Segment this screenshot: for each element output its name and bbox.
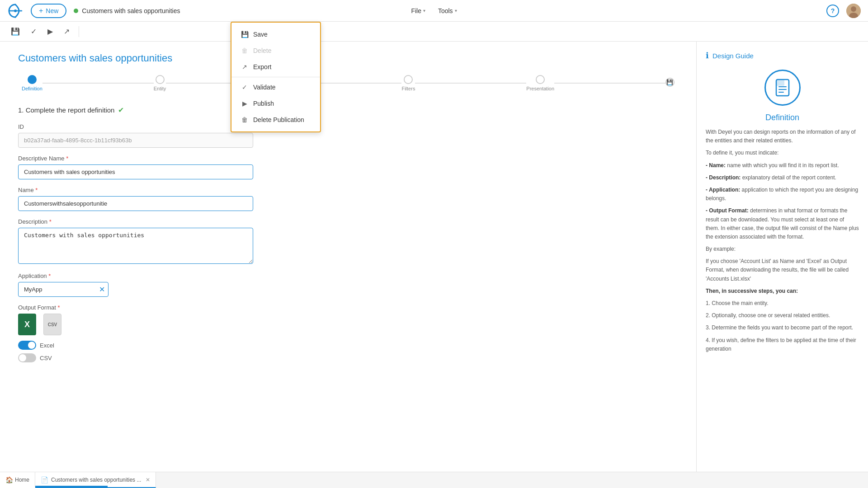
step-line-1 [42,83,154,84]
tab-close-button[interactable]: ✕ [146,477,150,483]
status-dot [74,9,78,13]
guide-then-title: Then, in successive steps, you can: [706,287,859,296]
application-group: Application * ✕ [18,272,253,297]
delete-publication-icon: 🗑 [241,116,249,123]
save-button[interactable]: 💾 [7,24,24,38]
save-item[interactable]: 💾 Save [231,26,320,42]
excel-toggle-label: Excel [40,342,54,349]
application-input-wrapper: ✕ [18,282,108,297]
publish-item[interactable]: ▶ Publish [231,95,320,112]
output-format-group: Output Format * X CSV [18,304,253,362]
tab-report[interactable]: 📄 Customers with sales opportunities ...… [35,472,156,488]
validate-label: Validate [253,84,276,91]
new-button-label: New [46,7,58,14]
guide-item1-bold: - Name: [706,162,726,169]
id-input[interactable] [18,133,253,148]
step-circle-entity [156,75,165,84]
required-star: * [66,155,68,162]
description-label: Description * [18,218,253,225]
step-save[interactable]: 💾 [665,78,675,89]
step-presentation[interactable]: Presentation [526,75,554,91]
excel-icon-box: X [18,314,36,335]
export-item[interactable]: ↗ Export [231,59,320,75]
validate-item[interactable]: ✓ Validate [231,79,320,95]
guide-example-text: If you choose 'Account List' as Name and… [706,257,859,283]
guide-item4-bold: - Output Format: [706,207,749,214]
save-label: Save [253,31,268,38]
output-format-icons: X CSV [18,314,253,335]
svg-point-0 [14,9,17,12]
required-star-4: * [48,272,51,279]
application-clear-button[interactable]: ✕ [99,285,105,294]
csv-toggle-thumb [19,354,26,361]
right-sidebar: ℹ Design Guide Definition With Deyel you… [696,42,868,472]
guide-item4: - Output Format: determines in what form… [706,206,859,241]
plus-icon: + [39,7,43,15]
step-line-5 [554,83,665,84]
help-icon: ? [831,7,835,14]
application-input[interactable] [18,282,108,297]
tools-menu-label: Tools [438,7,453,14]
name-input[interactable] [18,196,253,211]
info-icon: ℹ [706,51,709,61]
export-icon: ↗ [64,27,70,36]
csv-format-icon: CSV [43,314,61,335]
section-title: 1. Complete the report definition ✔ [18,106,678,114]
desc-name-input[interactable] [18,164,253,179]
export-icon: ↗ [241,63,249,70]
delete-item[interactable]: 🗑 Delete [231,42,320,59]
delete-label: Delete [253,47,271,54]
tab-home[interactable]: 🏠 Home [0,472,35,488]
design-guide-title-text: Design Guide [712,52,754,60]
report-tab-icon: 📄 [41,476,48,483]
guide-item3-bold: - Application: [706,187,740,193]
step-label-filters: Filters [401,86,415,91]
app-logo [7,3,24,19]
file-chevron-icon: ▾ [423,8,425,13]
design-guide-title: ℹ Design Guide [706,51,859,61]
step-filters[interactable]: Filters [401,75,415,91]
play-icon: ▶ [47,27,53,36]
name-group: Name * [18,187,253,211]
new-button[interactable]: + New [31,4,66,18]
home-icon: 🏠 [5,476,13,483]
excel-format-icon: X [18,314,36,335]
export-button[interactable]: ↗ [60,24,73,38]
id-group: ID [18,123,253,148]
delete-publication-item[interactable]: 🗑 Delete Publication [231,112,320,128]
id-label: ID [18,123,253,130]
tab-home-label: Home [15,477,29,483]
step-circle-presentation [536,75,545,84]
guide-para2: To define it, you must indicate: [706,149,859,157]
step-label-definition: Definition [22,86,42,91]
section-check-icon: ✔ [118,106,124,114]
section-title-text: 1. Complete the report definition [18,106,114,114]
excel-toggle[interactable] [18,341,36,350]
user-avatar[interactable] [846,4,861,18]
svg-rect-5 [776,80,784,86]
step-entity[interactable]: Entity [154,75,166,91]
step-definition[interactable]: Definition [22,75,42,91]
csv-toggle[interactable] [18,353,36,362]
tools-menu[interactable]: Tools ▾ [433,5,462,17]
guide-section-title: Definition [706,113,859,122]
step-circle-definition [28,75,37,84]
step-label-presentation: Presentation [526,86,554,91]
guide-step3: 3. Determine the fields you want to beco… [706,324,859,332]
delete-publication-label: Delete Publication [253,116,304,123]
excel-toggle-thumb [28,342,35,349]
desc-name-group: Descriptive Name * [18,155,253,179]
guide-example-intro: By example: [706,245,859,253]
validate-button[interactable]: ✓ [27,24,40,38]
step-circle-save: 💾 [665,78,675,87]
csv-toggle-row: CSV [18,353,253,362]
help-button[interactable]: ? [826,5,839,17]
step-line-4 [415,83,526,84]
run-button[interactable]: ▶ [44,24,57,38]
svg-point-2 [851,6,856,12]
guide-item3: - Application: application to which the … [706,186,859,203]
file-menu[interactable]: File ▾ [406,5,431,17]
tools-chevron-icon: ▾ [455,8,457,13]
description-textarea[interactable]: Customers with sales opportunities [18,228,253,264]
guide-para1: With Deyel you can design reports on the… [706,128,859,145]
